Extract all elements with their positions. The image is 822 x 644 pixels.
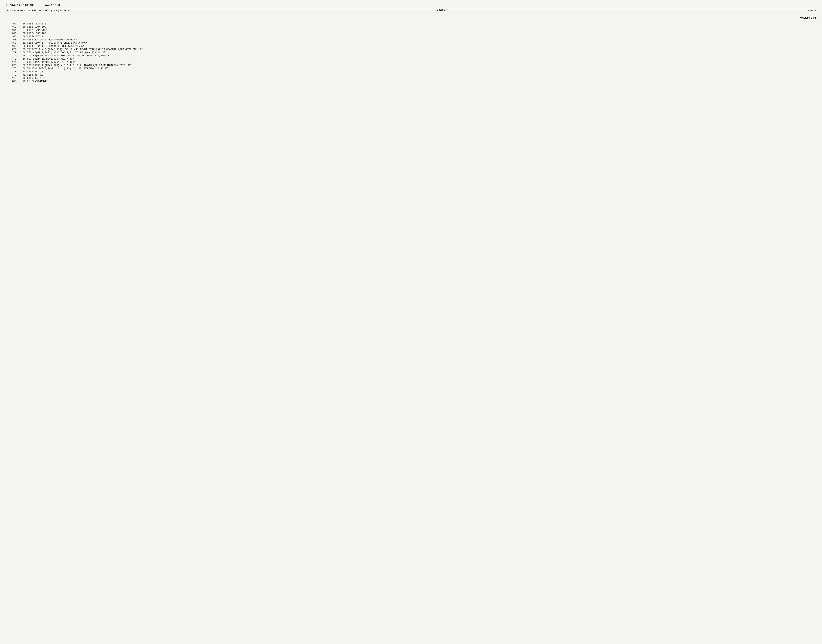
table-row: 47467503-80122-11(Н9=1,076)(=13)' 150*: [6, 61, 816, 64]
row-desc: С152-180' 500*: [26, 25, 816, 29]
row-seq: 73: [17, 80, 26, 83]
table-row: 47568503-80335-11(Н9=1,076)(=13)' 1,2' 9…: [6, 64, 816, 67]
row-num: 468: [6, 41, 17, 44]
table-row: 47871С156-81' 12*: [6, 73, 816, 77]
row-desc: К' ЕВAОКИМОВА*: [26, 80, 816, 83]
row-seq: 71: [17, 73, 26, 77]
doc-number: № 264-12-318.92: [6, 4, 34, 7]
row-desc: С156-82' 10*: [26, 77, 816, 80]
table-row: 47972С156-82' 10*: [6, 77, 816, 80]
table-row: 46558С152-166' 10*: [6, 32, 816, 35]
row-desc: С153-137' 2*: [26, 35, 816, 38]
row-seq: 66: [17, 57, 26, 61]
row-seq: 65: [17, 54, 26, 57]
table-row: 47366503-80124-11(Н9=1,076)(=13)' 50*: [6, 57, 816, 61]
row-desc: 503-80124-11(Н9=1,076)(=13)' 50*: [26, 57, 816, 61]
row-num: 466: [6, 35, 17, 38]
row-num: 465: [6, 32, 17, 35]
table-row: 46760С155-22' 2' ' РАДИОРОЗЕТКА У86КСМ*: [6, 38, 816, 41]
row-desc: С154-156' 1' ' ВИЛКА ШТЕПСЕЛЬНАЯ У95БА*: [26, 44, 816, 48]
row-seq: 69: [17, 67, 26, 70]
row-seq: 70: [17, 70, 26, 73]
program-info: ПРОГРАММНЫЙ КОМПЛЕКС АВС-3ЕС ( РЕДАКЦИЯ …: [6, 9, 76, 12]
row-num: 478: [6, 73, 17, 77]
row-desc: ТТО ЖЕ(Н9=1,089)(=13)' 800' 0,24' ТО ЖЕ …: [26, 54, 816, 57]
page-subnum: 25447-21: [6, 17, 816, 20]
row-seq: 59: [17, 35, 26, 38]
table-row: 46255С152-181' 130*: [6, 22, 816, 25]
row-desc: С152-179' 700*: [26, 29, 816, 32]
row-desc: С152-181' 130*: [26, 22, 816, 25]
page-header-top: № 264-12-318.92 А4-162-3: [6, 4, 816, 7]
table-row: 46457С152-179' 700*: [6, 29, 816, 32]
row-desc: С154-159' 1' ' РОЗЕТКА ШТЕПСЕЛЬНАЯ У-94С…: [26, 41, 816, 44]
row-seq: 67: [17, 61, 26, 64]
row-desc: 503-80335-11(Н9=1,076)(=13)' 1,2' 9,2' М…: [26, 64, 816, 67]
row-desc: Т2405-11043#А,2(Н9=1,114)(=13)' 2' 68' К…: [26, 67, 816, 70]
row-num: 463: [6, 25, 17, 29]
table-row: 47063Т113-Т3,1(=13)(Н9=1,089)' 50' 0,44'…: [6, 48, 816, 51]
table-row: 47265ТТО ЖЕ(Н9=1,089)(=13)' 800' 0,24' Т…: [6, 54, 816, 57]
row-seq: 62: [17, 44, 26, 48]
row-seq: 57: [17, 29, 26, 32]
row-seq: 56: [17, 25, 26, 29]
table-row: 47669Т2405-11043#А,2(Н9=1,114)(=13)' 2' …: [6, 67, 816, 70]
row-seq: 68: [17, 64, 26, 67]
row-seq: 55: [17, 22, 26, 25]
page-number-right: 3026512: [806, 9, 816, 12]
data-table: 46255С152-181' 130*46356С152-180' 500*46…: [6, 22, 816, 83]
row-num: 474: [6, 61, 17, 64]
row-desc: С155-22' 2' ' РАДИОРОЗЕТКА У86КСМ*: [26, 38, 816, 41]
row-num: 479: [6, 77, 17, 80]
row-num: 476: [6, 67, 17, 70]
row-seq: 61: [17, 41, 26, 44]
row-num: 477: [6, 70, 17, 73]
row-seq: 72: [17, 77, 26, 80]
row-seq: 64: [17, 51, 26, 54]
row-num: 469: [6, 44, 17, 48]
table-row: 46962С154-156' 1' ' ВИЛКА ШТЕПСЕЛЬНАЯ У9…: [6, 44, 816, 48]
table-row: 47770С156-80' 10*: [6, 70, 816, 73]
row-desc: С156-80' 10*: [26, 70, 816, 73]
row-num: 472: [6, 54, 17, 57]
table-row: 46659С153-137' 2*: [6, 35, 816, 38]
table-row: 46356С152-180' 500*: [6, 25, 816, 29]
row-seq: 58: [17, 32, 26, 35]
row-num: 462: [6, 22, 17, 25]
row-num: 464: [6, 29, 17, 32]
row-desc: С156-81' 12*: [26, 73, 816, 77]
row-num: 470: [6, 48, 17, 51]
row-desc: Т113-Т3,1(=13)(Н9=1,089)' 50' 0,44' ТРУБ…: [26, 48, 816, 51]
page-number-center: -387-: [437, 9, 445, 12]
table-row: 48073К' ЕВAОКИМОВА*: [6, 80, 816, 83]
table-row: 46861С154-159' 1' ' РОЗЕТКА ШТЕПСЕЛЬНАЯ …: [6, 41, 816, 44]
row-seq: 60: [17, 38, 26, 41]
row-desc: 503-80122-11(Н9=1,076)(=13)' 150*: [26, 61, 816, 64]
row-desc: С152-166' 10*: [26, 32, 816, 35]
row-num: 480: [6, 80, 17, 83]
page-header-second: ПРОГРАММНЫЙ КОМПЛЕКС АВС-3ЕС ( РЕДАКЦИЯ …: [6, 8, 816, 13]
doc-code: А4-162-3: [45, 4, 60, 7]
row-num: 471: [6, 51, 17, 54]
row-num: 473: [6, 57, 17, 61]
row-num: 467: [6, 38, 17, 41]
row-num: 475: [6, 64, 17, 67]
row-desc: ТТО ЖЕ(Н9=1,089)(=13)' 50' 0,31' ТО ЖЕ Д…: [26, 51, 816, 54]
table-row: 47164ТТО ЖЕ(Н9=1,089)(=13)' 50' 0,31' ТО…: [6, 51, 816, 54]
row-seq: 63: [17, 48, 26, 51]
